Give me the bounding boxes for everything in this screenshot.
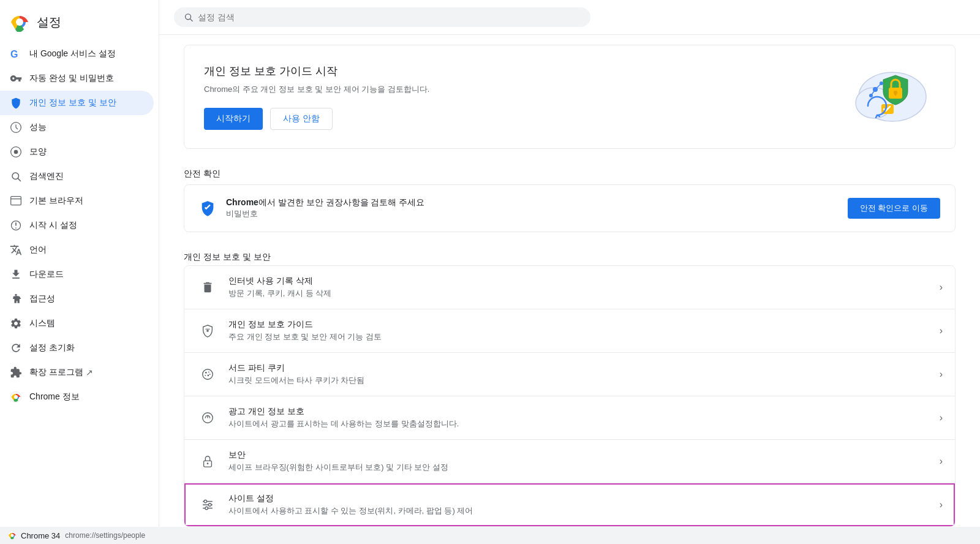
svg-point-35 [205,375,206,376]
sidebar-item-appearance[interactable]: 모양 [0,140,154,164]
main-content: 개인 정보 보호 가이드 시작 Chrome의 주요 개인 정보 보호 및 보안… [159,0,980,544]
chrome-version-text: Chrome 34 [21,531,60,540]
sidebar-label-google-services: 내 Google 서비스 설정 [29,48,144,59]
ad-privacy-desc: 사이트에서 광고를 표시하는 데 사용하는 정보를 맞춤설정합니다. [228,418,940,429]
site-settings-text: 사이트 설정 사이트에서 사용하고 표시할 수 있는 정보(위치, 카메라, 팝… [228,493,940,516]
sidebar-item-autofill[interactable]: 자동 완성 및 비밀번호 [0,66,154,91]
settings-item-site-settings[interactable]: 사이트 설정 사이트에서 사용하고 표시할 수 있는 정보(위치, 카메라, 팝… [184,483,955,526]
svg-point-45 [204,500,207,503]
status-url: chrome://settings/people [65,531,145,540]
security-desc: 세이프 브라우징(위험한 사이트로부터 보호) 및 기타 보안 설정 [228,462,940,473]
svg-point-41 [207,463,209,464]
settings-item-cookies[interactable]: 서드 파티 쿠키 시크릿 모드에서는 타사 쿠키가 차단됨 › [184,353,955,396]
sidebar-item-about[interactable]: Chrome 정보 [0,385,154,409]
cookies-text: 서드 파티 쿠키 시크릿 모드에서는 타사 쿠키가 차단됨 [228,363,940,386]
language-icon [10,244,22,256]
sidebar-item-search[interactable]: 검색엔진 [0,164,154,189]
sidebar-item-downloads[interactable]: 다운로드 [0,262,154,287]
sidebar-header: 설정 [0,7,159,42]
settings-item-privacy-guide[interactable]: 개인 정보 보호 가이드 주요 개인 정보 보호 및 보안 제어 기능 검토 › [184,309,955,353]
ad-privacy-text: 광고 개인 정보 보호 사이트에서 광고를 표시하는 데 사용하는 정보를 맞춤… [228,406,940,429]
sidebar-item-performance[interactable]: 성능 [0,115,154,140]
safety-main-text: Chrome에서 발견한 보안 권장사항을 검토해 주세요 [226,197,424,208]
disable-button[interactable]: 사용 안함 [270,108,333,130]
sidebar-item-extensions[interactable]: 확장 프로그램 ↗ [0,360,154,385]
settings-item-security[interactable]: 보안 세이프 브라우징(위험한 사이트로부터 보호) 및 기타 보안 설정 › [184,440,955,483]
sidebar-item-default-browser[interactable]: 기본 브라우저 [0,189,154,213]
sidebar-label-about: Chrome 정보 [29,391,144,402]
sidebar-label-system: 시스템 [29,318,144,329]
start-button[interactable]: 시작하기 [204,108,263,130]
sidebar-item-startup[interactable]: 시작 시 설정 [0,213,154,238]
svg-point-2 [16,18,23,26]
search-nav-icon [10,170,22,183]
sidebar-label-extensions: 확장 프로그램 [29,367,83,378]
appearance-icon [10,146,22,158]
system-icon [10,317,22,330]
privacy-card-buttons: 시작하기 사용 안함 [204,108,837,130]
sidebar-item-system[interactable]: 시스템 [0,311,154,336]
chrome-version-badge: Chrome 34 [7,531,60,540]
security-title: 보안 [228,450,940,461]
ad-privacy-title: 광고 개인 정보 보호 [228,406,940,417]
safety-check-card: Chrome에서 발견한 보안 권장사항을 검토해 주세요 비밀번호 안전 확인… [184,184,956,232]
sidebar-label-reset: 설정 초기화 [29,342,144,353]
svg-point-32 [203,369,213,380]
search-box[interactable] [174,7,590,27]
privacy-card-left: 개인 정보 보호 가이드 시작 Chrome의 주요 개인 정보 보호 및 보안… [204,64,837,130]
performance-icon [10,121,22,134]
ad-privacy-icon [197,407,219,429]
settings-list: 인터넷 사용 기록 삭제 방문 기록, 쿠키, 캐시 등 삭제 › 개인 정보 … [184,265,956,527]
sidebar-label-search: 검색엔진 [29,171,144,182]
sidebar-label-downloads: 다운로드 [29,269,144,280]
settings-item-ad-privacy[interactable]: 광고 개인 정보 보호 사이트에서 광고를 표시하는 데 사용하는 정보를 맞춤… [184,396,955,440]
safety-check-button[interactable]: 안전 확인으로 이동 [848,198,940,219]
sidebar-item-google-services[interactable]: G 내 Google 서비스 설정 [0,42,154,66]
sidebar-label-language: 언어 [29,244,144,255]
svg-point-6 [14,150,18,154]
svg-point-13 [15,294,17,296]
sidebar-item-accessibility[interactable]: 접근성 [0,287,154,311]
content-area: 개인 정보 보호 가이드 시작 Chrome의 주요 개인 정보 보호 및 보안… [159,35,980,544]
topbar [159,0,980,35]
settings-item-browsing-history[interactable]: 인터넷 사용 기록 삭제 방문 기록, 쿠키, 캐시 등 삭제 › [184,266,955,309]
privacy-card-desc: Chrome의 주요 개인 정보 보호 및 보안 제어 기능을 검토합니다. [204,83,437,96]
svg-point-34 [208,371,209,372]
sidebar-label-startup: 시작 시 설정 [29,220,144,231]
svg-point-50 [11,534,14,537]
sidebar-item-reset[interactable]: 설정 초기화 [0,336,154,360]
sidebar-label-performance: 성능 [29,122,144,133]
cookies-desc: 시크릿 모드에서는 타사 쿠키가 차단됨 [228,375,940,386]
safety-sub-text: 비밀번호 [226,208,424,219]
security-text: 보안 세이프 브라우징(위험한 사이트로부터 보호) 및 기타 보안 설정 [228,450,940,473]
sidebar-label-default-browser: 기본 브라우저 [29,195,144,206]
external-link-icon: ↗ [86,368,93,377]
site-settings-title: 사이트 설정 [228,493,940,504]
search-input[interactable] [198,12,581,22]
privacy-illustration [837,60,935,134]
sidebar-item-language[interactable]: 언어 [0,238,154,262]
privacy-section-title: 개인 정보 보호 및 보안 [184,252,956,263]
key-icon [10,72,22,85]
safety-card-left: Chrome에서 발견한 보안 권장사항을 검토해 주세요 비밀번호 [199,197,424,219]
reset-icon [10,342,22,354]
safety-shield-icon [199,200,216,217]
sidebar-label-privacy: 개인 정보 보호 및 보안 [29,97,144,108]
chevron-right-icon-2: › [940,369,943,380]
svg-line-8 [18,178,20,181]
svg-point-37 [209,374,211,375]
sidebar: 설정 G 내 Google 서비스 설정 자동 완성 및 비밀번호 개인 정보 … [0,0,159,544]
startup-icon [10,219,22,232]
svg-point-46 [208,504,211,507]
privacy-guide-icon [197,320,219,342]
svg-point-30 [206,330,209,332]
sidebar-item-privacy[interactable]: 개인 정보 보호 및 보안 [0,91,154,115]
svg-point-28 [869,94,873,97]
sidebar-label-appearance: 모양 [29,146,144,157]
chevron-right-icon-1: › [940,325,943,336]
site-settings-icon [197,494,219,516]
chevron-right-icon-4: › [940,456,943,467]
cookies-title: 서드 파티 쿠키 [228,363,940,374]
sidebar-label-autofill: 자동 완성 및 비밀번호 [29,73,144,84]
safety-check-section-header: 안전 확인 [184,168,956,179]
